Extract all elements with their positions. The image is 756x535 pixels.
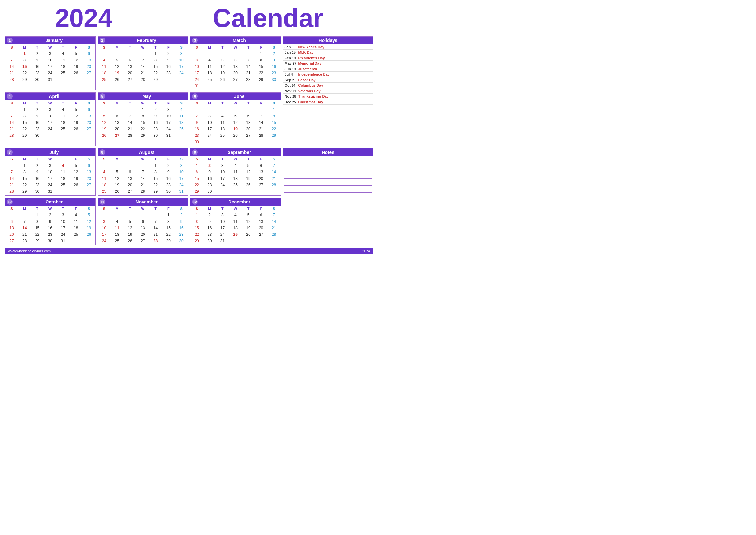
month-name: December [200,199,279,205]
day-header: F [69,100,82,106]
cal-date: 12 [82,218,95,225]
holiday-date: Nov 28 [285,95,298,98]
cal-date: 12 [69,57,82,63]
cal-table-7: SMTWTFS123456789101112131415161718192021… [5,156,95,195]
cal-table-4: SMTWTFS123456789101112131415161718192021… [5,100,95,139]
page-container: 2024 Calendar 1JanuarySMTWTFS12345678910… [5,3,373,254]
cal-date: 30 [31,188,44,195]
month-block-1: 1JanuarySMTWTFS1234567891011121314151617… [5,36,96,90]
cal-date: 1 [18,162,31,169]
cal-date [123,50,136,57]
cal-date: 16 [149,119,162,126]
cal-date: 14 [149,225,162,231]
cal-date: 23 [31,126,44,132]
cal-date: 13 [255,218,268,225]
cal-date: 15 [190,225,203,231]
cal-date: 11 [98,63,111,70]
cal-date: 25 [98,76,111,83]
day-header: M [203,44,216,50]
cal-date: 28 [5,76,18,83]
cal-date: 5 [111,57,123,63]
cal-date: 30 [149,132,162,139]
cal-date: 28 [255,132,268,139]
cal-date: 19 [98,126,111,132]
cal-date [242,83,255,90]
day-header: T [31,206,44,212]
day-header: S [98,206,111,212]
cal-date [242,188,255,195]
holiday-name: Memorial Day [298,62,322,65]
cal-date: 25 [98,188,111,195]
cal-date: 14 [5,119,18,126]
cal-date: 8 [268,113,281,119]
cal-date [216,188,229,195]
holidays-panel: HolidaysJan 1New Year's DayJan 15MLK Day… [283,36,374,146]
cal-date: 25 [57,126,69,132]
holiday-name: Independence Day [298,72,330,76]
day-header: T [242,156,255,162]
holiday-date: Oct 14 [285,83,298,87]
cal-date: 22 [162,231,175,238]
day-header: S [98,44,111,50]
day-header: T [149,100,162,106]
cal-date: 21 [5,182,18,188]
cal-date: 4 [69,212,82,219]
cal-date [216,50,229,57]
day-header: W [44,44,57,50]
cal-date [190,50,203,57]
cal-date [136,162,149,169]
cal-date: 1 [268,106,281,113]
day-header: F [162,206,175,212]
day-header: T [57,156,69,162]
cal-date: 21 [18,231,31,238]
cal-date: 12 [111,175,123,182]
cal-date: 21 [255,126,268,132]
cal-date: 24 [162,126,175,132]
cal-date: 27 [242,132,255,139]
cal-date: 10 [44,113,57,119]
cal-table-8: SMTWTFS123456789101112131415161718192021… [98,156,188,195]
cal-date: 29 [136,132,149,139]
cal-date: 14 [255,119,268,126]
cal-date: 18 [216,126,229,132]
cal-date: 28 [5,188,18,195]
cal-date: 23 [203,231,216,238]
cal-date: 8 [190,169,203,175]
page-footer: www.wheniscalendars.com 2024 [5,248,373,254]
cal-date: 31 [162,132,175,139]
footer-website: www.wheniscalendars.com [8,249,51,253]
cal-date [5,50,18,57]
notes-line [284,200,372,207]
cal-date: 15 [149,175,162,182]
day-header: M [111,156,123,162]
notes-line [284,179,372,186]
cal-date: 31 [216,238,229,245]
cal-date: 10 [44,57,57,63]
cal-date: 24 [203,132,216,139]
cal-date: 2 [31,106,44,113]
day-header: T [57,206,69,212]
day-header: T [57,100,69,106]
cal-date: 12 [111,63,123,70]
cal-date: 16 [162,63,175,70]
day-header: T [216,44,229,50]
cal-date: 15 [136,119,149,126]
month-name: July [14,150,94,155]
cal-date [255,238,268,245]
month-header-11: 11November [98,198,188,206]
cal-date [111,50,123,57]
cal-date: 20 [82,63,95,70]
cal-date: 24 [44,126,57,132]
cal-date: 17 [190,70,203,76]
cal-date: 9 [31,57,44,63]
day-header: M [18,206,31,212]
cal-table-6: SMTWTFS123456789101112131415161718192021… [190,100,281,146]
cal-date: 22 [136,126,149,132]
cal-date: 8 [18,113,31,119]
notes-line [284,207,372,214]
holiday-row: Jan 15MLK Day [283,50,373,55]
cal-date: 17 [44,119,57,126]
cal-date: 21 [136,70,149,76]
cal-date: 12 [123,225,136,231]
cal-date: 30 [203,188,216,195]
